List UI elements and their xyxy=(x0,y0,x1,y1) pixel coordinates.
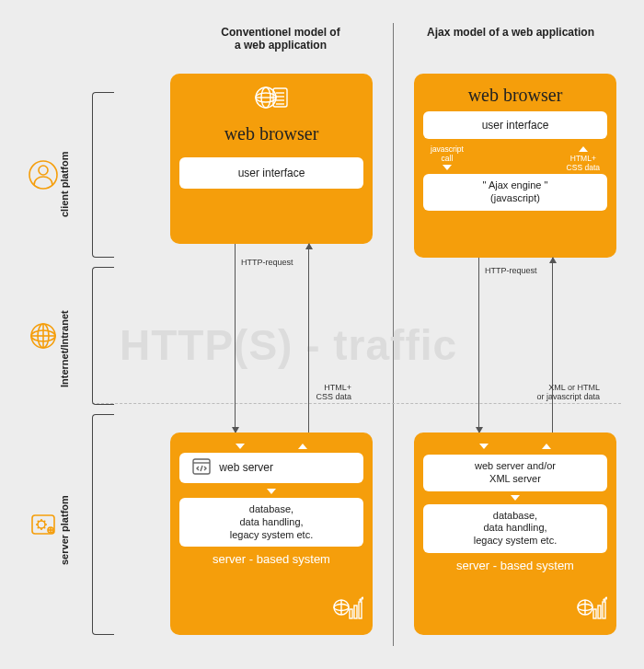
chevron-down-icon xyxy=(511,495,520,501)
svg-point-37 xyxy=(604,599,605,601)
ajax-browser-card: web browser user interface javascript ca… xyxy=(414,74,616,258)
globe-icon xyxy=(28,320,59,352)
conv-response-label: HTML+ CSS data xyxy=(278,383,351,401)
conv-server-title: server - based system xyxy=(170,552,373,566)
chevron-down-icon xyxy=(236,444,245,449)
watermark-text: HTTP(S) - traffic xyxy=(120,320,457,370)
conv-request-arrow xyxy=(235,244,236,433)
chevron-up-icon xyxy=(298,444,307,449)
row-label-server: server platfom xyxy=(59,495,70,565)
svg-point-30 xyxy=(362,597,363,599)
ajax-db-box: database, data handling, legacy system e… xyxy=(423,504,607,553)
conv-webserver-label: web server xyxy=(219,461,273,474)
chevron-down-icon xyxy=(443,165,452,170)
row-label-internet: Internet/Intranet xyxy=(59,310,70,387)
chevron-up-icon xyxy=(579,146,588,152)
svg-point-8 xyxy=(38,521,45,528)
ajax-request-arrow xyxy=(478,258,479,433)
ajax-ui-box: user interface xyxy=(423,111,607,139)
ajax-server-card: web server and/or XML server database, d… xyxy=(414,433,616,635)
ajax-browser-title: web browser xyxy=(414,85,616,106)
chevron-down-icon xyxy=(267,489,276,494)
conv-request-label: HTTP-request xyxy=(241,258,293,267)
ajax-webserver-box: web server and/or XML server xyxy=(423,455,607,491)
ajax-htmlcss-label: HTML+ CSS data xyxy=(567,154,600,172)
ajax-response-arrow xyxy=(552,258,553,433)
svg-rect-36 xyxy=(603,602,605,618)
bracket-client xyxy=(92,92,114,258)
code-file-icon xyxy=(192,458,211,478)
server-icon xyxy=(28,509,59,540)
svg-point-0 xyxy=(39,166,48,175)
server-data-icon xyxy=(332,596,363,628)
conv-ui-box: user interface xyxy=(179,157,363,189)
ajax-request-label: HTTP-request xyxy=(485,266,537,275)
dash-line xyxy=(92,403,621,404)
conv-browser-card: web browser user interface xyxy=(170,74,373,244)
conv-browser-title: web browser xyxy=(170,123,373,144)
svg-rect-26 xyxy=(350,609,352,618)
diagram-root: Conventionel model of a web application … xyxy=(0,0,644,669)
user-icon xyxy=(28,159,59,190)
conv-db-box: database, data handling, legacy system e… xyxy=(179,498,363,547)
ajax-jscall-label: javascript call xyxy=(431,144,464,163)
svg-point-38 xyxy=(605,597,607,599)
svg-rect-28 xyxy=(359,602,362,618)
svg-rect-34 xyxy=(593,609,596,618)
chevron-up-icon xyxy=(542,444,551,449)
ajax-response-label: XML or HTML or javascript data xyxy=(508,383,600,401)
header-conventional: Conventionel model of a web application xyxy=(179,26,382,52)
globe-doc-icon xyxy=(170,83,373,116)
ajax-engine-box: " Ajax engine " (javascript) xyxy=(423,174,607,211)
conv-server-card: web server database, data handling, lega… xyxy=(170,433,373,635)
svg-rect-27 xyxy=(354,606,357,618)
chevron-down-icon xyxy=(479,444,489,449)
header-ajax: Ajax model of a web application xyxy=(409,26,612,39)
svg-rect-35 xyxy=(598,606,601,618)
server-data-icon xyxy=(576,596,607,628)
row-label-client: client platfom xyxy=(59,151,70,217)
bracket-server xyxy=(92,414,114,635)
bracket-internet xyxy=(92,267,114,405)
conv-response-arrow xyxy=(308,244,309,433)
ajax-server-title: server - based system xyxy=(414,559,616,572)
conv-webserver-box: web server xyxy=(179,453,363,483)
svg-point-29 xyxy=(360,599,362,601)
